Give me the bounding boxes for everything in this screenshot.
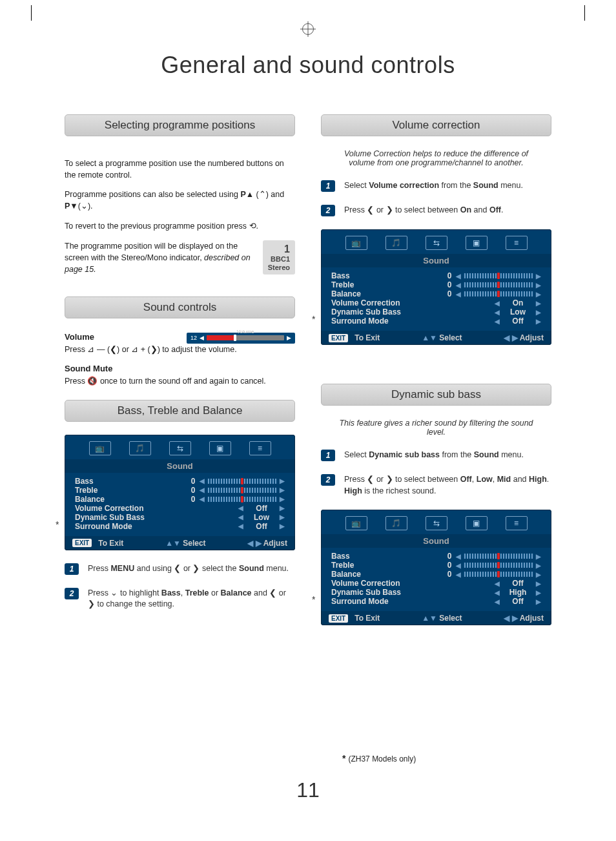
step-2: 2 Press ⌄ to highlight Bass, Treble or B… <box>65 588 295 610</box>
tab-icon: ▣ <box>473 238 480 247</box>
osd-row: Treble 0 ◀ ▶ <box>331 561 541 570</box>
right-arrow-icon: ▶ <box>287 334 291 342</box>
osd-row-label: Volume Correction <box>331 579 433 588</box>
left-chevron-icon: ❮ <box>110 345 117 354</box>
volume-heading: Volume <box>65 332 94 342</box>
right-arrow-icon: ▶ <box>280 477 285 484</box>
footer-label: To Exit <box>98 539 123 548</box>
exit-badge: EXIT <box>329 334 348 342</box>
right-arrow-icon: ▶ <box>536 318 541 325</box>
right-arrow-icon: ▶ <box>536 580 541 587</box>
left-arrow-icon: ◀ <box>238 504 243 512</box>
volume-correction-intro: Volume Correction helps to reduce the di… <box>321 149 551 167</box>
crop-mark <box>584 5 585 21</box>
page-title: General and sound controls <box>0 52 616 79</box>
text: , <box>493 475 497 484</box>
osd-row-label: Balance <box>75 495 176 504</box>
osd-row-control: ◀ ▶ <box>200 477 285 484</box>
sound-osd-menu: 📺🎵⇆▣≡ Sound Bass 0 ◀ ▶ Treble 0 ◀ ▶ Bala… <box>321 229 551 345</box>
osd-tab: 🎵 <box>129 441 151 455</box>
osd-rows: Bass 0 ◀ ▶ Treble 0 ◀ ▶ Balance 0 ◀ <box>329 548 544 608</box>
osd-tab: 🎵 <box>385 516 407 530</box>
osd-row-label: Dynamic Sub Bass <box>331 307 433 317</box>
option: High <box>529 475 547 484</box>
right-arrow-icon: ▶ <box>280 504 285 512</box>
section-header-sound-controls: Sound controls <box>65 296 295 318</box>
volume-value: 12 <box>190 334 197 342</box>
left-arrow-icon: ◀ <box>456 571 461 578</box>
footer-label: To Exit <box>354 614 380 623</box>
step-number: 2 <box>321 205 335 216</box>
step-number: 2 <box>65 588 79 599</box>
tab-icon: ⇆ <box>433 519 440 528</box>
osd-tab: ⇆ <box>426 236 447 250</box>
text: to select between <box>393 475 460 484</box>
osd-row-label: Volume Correction <box>75 504 176 513</box>
right-arrow-icon: ▶ <box>280 514 285 521</box>
updown-arrow-icon: ▲▼ <box>422 333 437 342</box>
section-header-volume-correction: Volume correction <box>321 114 551 136</box>
osd-row-control: ◀ Low ▶ <box>200 513 285 522</box>
option: Off <box>460 475 472 484</box>
footer-label: ◀ ▶ Adjust <box>504 333 544 342</box>
osd-row-control: ◀ Off ▶ <box>200 504 285 513</box>
osd-row-value: 0 <box>433 570 456 579</box>
osd-row-label: Bass <box>331 552 433 561</box>
osd-tab: ⇆ <box>169 441 191 455</box>
left-arrow-icon: ◀ <box>495 580 500 587</box>
osd-row-control: ◀ ▶ <box>456 282 541 289</box>
step-number: 1 <box>321 450 335 461</box>
exit-badge: EXIT <box>329 614 348 623</box>
osd-title: Sound <box>321 534 551 548</box>
key-label: P▼ <box>65 202 78 211</box>
text: is the richest sound. <box>362 486 436 495</box>
osd-row-label: Dynamic Sub Bass <box>331 588 433 597</box>
text: from the <box>440 450 474 459</box>
osd-slider <box>463 291 534 296</box>
left-arrow-icon: ◀ <box>200 477 205 484</box>
registration-mark <box>302 23 314 35</box>
option: Off <box>489 205 501 214</box>
volume-label: Volume <box>237 328 254 336</box>
leftright-arrow-icon: ◀ ▶ <box>504 614 517 623</box>
updown-arrow-icon: ▲▼ <box>165 539 181 548</box>
osd-tab: 📺 <box>345 516 367 530</box>
volume-knob <box>234 335 236 341</box>
key-menu: MENU <box>110 564 134 573</box>
option: Balance <box>221 588 252 597</box>
osd-row-control: ◀ ▶ <box>456 553 541 560</box>
key-label: P▲ <box>240 190 254 199</box>
text: or <box>374 475 385 484</box>
updown-arrow-icon: ▲▼ <box>422 614 437 623</box>
osd-slider <box>463 563 534 568</box>
left-chevron-icon: ❮ <box>269 588 276 597</box>
leftright-arrow-icon: ◀ ▶ <box>247 539 261 548</box>
osd-tabs: 📺🎵⇆▣≡ <box>72 441 287 455</box>
text: ( <box>254 190 259 199</box>
left-arrow-icon: ◀ <box>200 486 205 493</box>
volume-block: Volume 12 ◀ Volume ▶ Press ⊿ — (❮) or ⊿ … <box>65 331 295 355</box>
right-chevron-icon: ❯ <box>150 345 158 354</box>
osd-tab: ≡ <box>249 441 271 455</box>
dynamic-sub-bass-intro: This feature gives a richer sound by fil… <box>321 419 551 437</box>
osd-row-control: ◀ ▶ <box>456 562 541 569</box>
text: + ( <box>138 345 150 354</box>
option: On <box>460 205 471 214</box>
tab-icon: ≡ <box>514 238 518 247</box>
step-text: Select Dynamic sub bass from the Sound m… <box>344 450 524 461</box>
right-arrow-icon: ▶ <box>536 571 541 578</box>
left-arrow-icon: ◀ <box>200 495 205 503</box>
badge-audio: Stereo <box>268 264 290 271</box>
badge-number: 1 <box>284 244 290 254</box>
section-header-bass-treble-balance: Bass, Treble and Balance <box>65 400 295 422</box>
tab-icon: ▣ <box>473 519 480 528</box>
step-text: Press MENU and using ❮ or ❯ select the S… <box>88 563 289 575</box>
osd-row: Balance 0 ◀ ▶ <box>75 495 285 504</box>
paragraph: Press ⊿ — (❮) or ⊿ + (❯) to adjust the v… <box>65 344 295 355</box>
right-arrow-icon: ▶ <box>536 309 541 316</box>
left-arrow-icon: ◀ <box>456 273 461 280</box>
tab-icon: ▣ <box>216 444 223 453</box>
osd-option-value: Low <box>245 513 278 522</box>
option: Low <box>477 475 493 484</box>
text: Programme positions can also be selected… <box>65 190 240 199</box>
